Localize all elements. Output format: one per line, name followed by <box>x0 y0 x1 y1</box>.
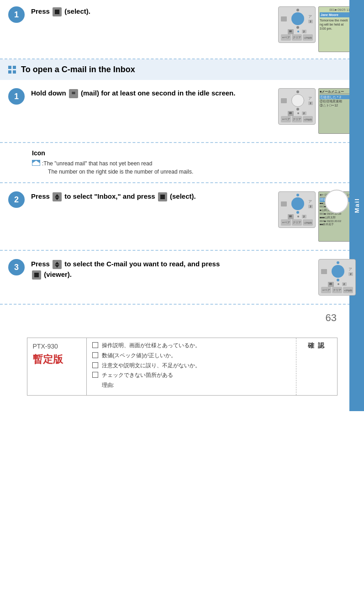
soft-btn-back-3: ↩ペア <box>321 287 331 293</box>
soft-btn-pwr-3: ⌁PWR <box>343 287 353 293</box>
soft-btn-back-2: ↩ペア <box>281 219 291 226</box>
bottom-left: PTX-930 暫定版 <box>27 338 87 395</box>
select-btn-2 <box>158 192 167 201</box>
bottom-table: PTX-930 暫定版 操作説明、画面が仕様とあっているか。 数値(スペック値)… <box>27 338 338 396</box>
top-step-content: Press (select). ア 2 <box>31 6 356 52</box>
top-step-block: 1 Press (select). ア 2 <box>0 0 364 59</box>
phone-keypad-1: ア 2 ✉ 2 ↩ペア クリア ⌁PWR <box>278 88 316 125</box>
soft-btn-clear-1: クリア <box>292 116 302 122</box>
checkbox-0[interactable] <box>92 342 98 348</box>
check-item-0: 操作説明、画面が仕様とあっているか。 <box>92 342 290 349</box>
step-1-images: ア 2 ✉ 2 ↩ペア クリア ⌁PWR ■メールメニュー ①送信した＊2 <box>278 88 356 134</box>
checkbox-3[interactable] <box>92 372 98 378</box>
phone-keypad-top: ア 2 ✉ 2 ↩ペア クリア ⌁PWR <box>278 6 316 43</box>
step-number-2: 2 <box>8 191 25 208</box>
model-name: PTX-930 <box>33 343 81 350</box>
soft-btn-back: ↩ペア <box>281 34 291 41</box>
soft-btn-pwr-2: ⌁PWR <box>303 219 313 226</box>
soft-btn-pwr: ⌁PWR <box>303 34 313 41</box>
check-text-0: 操作説明、画面が仕様とあっているか。 <box>102 342 200 349</box>
soft-btn-clear: クリア <box>292 34 302 41</box>
phone-keypad-3: ア 2 ✉ 2 ↩ペア クリア ⌁PWR <box>318 259 356 296</box>
icon-section: Icon :The "unread mail" that has not yet… <box>0 143 364 183</box>
step-2-text: Press to select "Inbox," and press (sele… <box>31 191 271 202</box>
step-3-content: Press to select the C-mail you want to r… <box>31 259 356 296</box>
icon-desc-text: :The "unread mail" that has not yet been… <box>42 159 193 176</box>
decorative-circle <box>325 190 348 213</box>
check-item-3: チェックできない箇所がある <box>92 371 290 379</box>
step-1-text: Hold down ✉ (mail) for at least one seco… <box>31 88 271 99</box>
checkbox-1[interactable] <box>92 352 98 358</box>
step-number-1: 1 <box>8 88 25 105</box>
updown-btn-3 <box>53 260 62 269</box>
phone-keypad-2: ア 2 ✉ 2 ↩ペア クリア ⌁PWR <box>278 191 316 228</box>
step-1-content: Hold down ✉ (mail) for at least one seco… <box>31 88 356 134</box>
check-text-4: 理由: <box>102 381 114 389</box>
step-2-content: Press to select "Inbox," and press (sele… <box>31 191 356 242</box>
soft-btn-back-1: ↩ペア <box>281 116 291 122</box>
icon-desc: :The "unread mail" that has not yet been… <box>32 159 356 176</box>
sidebar-label: Mail <box>353 198 360 213</box>
checklist: 操作説明、画面が仕様とあっているか。 数値(スペック値)が正しいか。 注意文や説… <box>87 338 296 395</box>
check-text-2: 注意文や説明文に誤り、不足がないか。 <box>102 362 200 370</box>
confirm-section: 確 認 <box>296 338 337 395</box>
check-item-4: 理由: <box>92 381 290 389</box>
step-number-top: 1 <box>8 6 25 23</box>
sidebar: Mail <box>349 0 364 411</box>
icon-label: Icon <box>32 149 356 157</box>
check-item-1: 数値(スペック値)が正しいか。 <box>92 352 290 360</box>
page-number: 63 <box>0 305 364 328</box>
step-block-3: 3 Press to select the C-mail you want to… <box>0 251 364 305</box>
step-3-images: ア 2 ✉ 2 ↩ペア クリア ⌁PWR <box>318 259 356 296</box>
section-header-title: To open a C-mail in the Inbox <box>21 65 135 74</box>
step-3-text: Press to select the C-mail you want to r… <box>31 259 311 280</box>
check-text-1: 数値(スペック値)が正しいか。 <box>102 352 177 360</box>
checkbox-2[interactable] <box>92 362 98 368</box>
check-item-2: 注意文や説明文に誤り、不足がないか。 <box>92 362 290 370</box>
soft-btn-clear-3: クリア <box>332 287 342 293</box>
section-header-icon <box>8 66 16 74</box>
mail-button-icon: ✉ <box>69 89 78 98</box>
check-text-3: チェックできない箇所がある <box>102 371 173 379</box>
soft-btn-pwr-1: ⌁PWR <box>303 116 313 122</box>
section-header: To open a C-mail in the Inbox <box>0 59 364 80</box>
select-button-icon <box>53 7 62 16</box>
select-btn-3 <box>32 270 41 280</box>
step-block-1: 1 Hold down ✉ (mail) for at least one se… <box>0 80 364 143</box>
top-step-images: ア 2 ✉ 2 ↩ペア クリア ⌁PWR 001■ 09/25 11:40 <box>278 6 356 52</box>
step-block-2: 2 Press to select "Inbox," and press (se… <box>0 183 364 251</box>
top-step-text: Press (select). <box>31 6 271 17</box>
draft-label: 暫定版 <box>33 353 81 366</box>
step-number-3: 3 <box>8 259 25 275</box>
soft-btn-clear-2: クリア <box>292 219 302 226</box>
confirm-label: 確 認 <box>308 342 325 350</box>
updown-btn-2 <box>53 192 62 201</box>
